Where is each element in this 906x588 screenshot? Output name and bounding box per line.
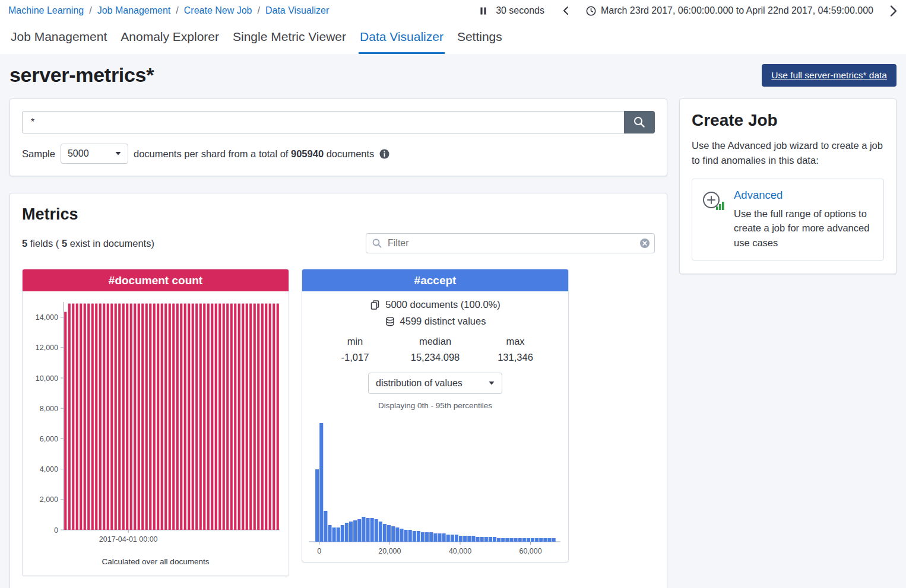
percentiles-note: Displaying 0th - 95th percentiles [302, 401, 568, 410]
advanced-job-icon [701, 189, 727, 250]
exist-label: exist in documents) [67, 238, 154, 249]
fields-summary: 5 fields ( 5 exist in documents) [22, 238, 154, 249]
breadcrumb-link-data-visualizer[interactable]: Data Visualizer [265, 5, 329, 16]
sample-size-value: 5000 [68, 148, 89, 159]
max-label: max [480, 336, 551, 347]
metric-card-document-count: #document count 02,0004,0006,0008,00010,… [22, 269, 289, 576]
filter-field [366, 233, 655, 253]
metric-card-accept: #accept 5000 documents (100.0%) [302, 269, 569, 562]
svg-text:10,000: 10,000 [36, 374, 58, 383]
refresh-interval-label[interactable]: 30 seconds [496, 5, 544, 16]
svg-text:20,000: 20,000 [378, 547, 401, 555]
top-bar: Machine Learning / Job Management / Crea… [0, 0, 906, 21]
filter-clear-button[interactable] [639, 238, 650, 249]
breadcrumb-separator: / [176, 5, 178, 16]
create-job-panel: Create Job Use the Advanced job wizard t… [679, 98, 897, 274]
metrics-title: Metrics [22, 205, 655, 224]
sample-text-before: documents per shard from a total of [134, 148, 291, 159]
median-label: median [391, 336, 480, 347]
tab-anomaly-explorer[interactable]: Anomaly Explorer [119, 27, 220, 54]
accept-header: #accept [302, 269, 568, 291]
breadcrumb-link-job-management[interactable]: Job Management [97, 5, 171, 16]
fields-label: fields ( [27, 238, 62, 249]
time-range-label[interactable]: March 23rd 2017, 06:00:00.000 to April 2… [601, 5, 873, 16]
filter-search-icon [372, 238, 382, 251]
search-icon [633, 116, 646, 129]
metrics-panel: Metrics 5 fields ( 5 exist in documents) [9, 193, 667, 588]
caret-down-icon [489, 382, 495, 385]
search-button[interactable] [624, 111, 655, 134]
pause-refresh-button[interactable] [479, 7, 487, 15]
min-label: min [319, 336, 391, 347]
tab-single-metric-viewer[interactable]: Single Metric Viewer [232, 27, 347, 54]
accept-stats: min -1,017 median 15,234.098 max 131,346 [302, 336, 568, 363]
time-back-button[interactable] [562, 6, 569, 15]
svg-text:2,000: 2,000 [40, 495, 58, 504]
svg-text:6,000: 6,000 [40, 435, 58, 443]
advanced-job-card[interactable]: Advanced Use the full range of options t… [692, 179, 884, 260]
svg-text:8,000: 8,000 [40, 405, 58, 413]
caret-down-icon [115, 152, 121, 155]
pause-icon [479, 7, 487, 15]
search-input[interactable] [22, 111, 624, 134]
page-title: server-metrics* [9, 63, 154, 87]
document-count-footer: Calculated over all documents [23, 557, 289, 566]
accept-distribution-chart: 020,00040,00060,000 [304, 414, 566, 562]
time-forward-button[interactable] [889, 5, 898, 17]
svg-text:60,000: 60,000 [519, 547, 541, 555]
create-job-title: Create Job [692, 111, 884, 130]
min-value: -1,017 [319, 352, 391, 363]
search-panel: Sample 5000 documents per shard from a t… [9, 98, 667, 176]
info-icon[interactable] [379, 149, 389, 159]
use-full-data-button[interactable]: Use full server-metrics* data [762, 64, 897, 87]
breadcrumb-separator: / [89, 5, 91, 16]
median-value: 15,234.098 [391, 352, 480, 363]
document-count-header: #document count [23, 269, 289, 291]
sample-size-select[interactable]: 5000 [61, 144, 128, 164]
field-count: 5 [22, 238, 27, 249]
tab-job-management[interactable]: Job Management [9, 27, 108, 54]
sample-text-after: documents [324, 148, 374, 159]
page-content: server-metrics* Use full server-metrics*… [0, 54, 906, 588]
time-picker-bar: 30 seconds March 23rd 2017, 06:00:00.000… [479, 5, 898, 17]
chevron-left-icon [562, 6, 569, 15]
tab-data-visualizer[interactable]: Data Visualizer [359, 27, 445, 54]
sample-description: documents per shard from a total of 9059… [134, 148, 374, 160]
svg-text:14,000: 14,000 [36, 313, 58, 322]
accept-documents-text: 5000 documents (100.0%) [385, 299, 500, 310]
document-count-chart: 02,0004,0006,0008,00010,00012,00014,0002… [24, 295, 287, 556]
sample-label: Sample [22, 148, 55, 160]
accept-distinct-text: 4599 distinct values [400, 316, 486, 327]
advanced-link[interactable]: Advanced [734, 189, 783, 202]
svg-text:0: 0 [54, 526, 58, 535]
breadcrumb: Machine Learning / Job Management / Crea… [8, 5, 329, 16]
svg-text:4,000: 4,000 [40, 465, 58, 473]
svg-text:40,000: 40,000 [449, 547, 471, 555]
max-value: 131,346 [480, 352, 551, 363]
svg-text:12,000: 12,000 [36, 344, 58, 352]
distribution-select-value: distribution of values [376, 378, 462, 389]
advanced-description: Use the full range of options to create … [734, 206, 875, 250]
exist-count: 5 [62, 238, 67, 249]
breadcrumb-separator: / [257, 5, 259, 16]
svg-text:0: 0 [317, 547, 321, 555]
documents-icon [370, 300, 381, 310]
distribution-select[interactable]: distribution of values [368, 373, 502, 394]
tab-settings[interactable]: Settings [456, 27, 503, 54]
svg-text:2017-04-01 00:00: 2017-04-01 00:00 [99, 535, 158, 543]
create-job-description: Use the Advanced job wizard to create a … [692, 138, 884, 168]
clock-icon [586, 6, 596, 16]
filter-input[interactable] [366, 233, 655, 253]
tab-bar: Job Management Anomaly Explorer Single M… [0, 21, 906, 54]
total-documents-value: 905940 [291, 148, 324, 159]
chevron-right-icon [889, 5, 898, 17]
breadcrumb-link-machine-learning[interactable]: Machine Learning [8, 5, 84, 16]
breadcrumb-link-create-new-job[interactable]: Create New Job [184, 5, 252, 16]
database-icon [385, 316, 395, 327]
clear-icon [639, 238, 650, 249]
